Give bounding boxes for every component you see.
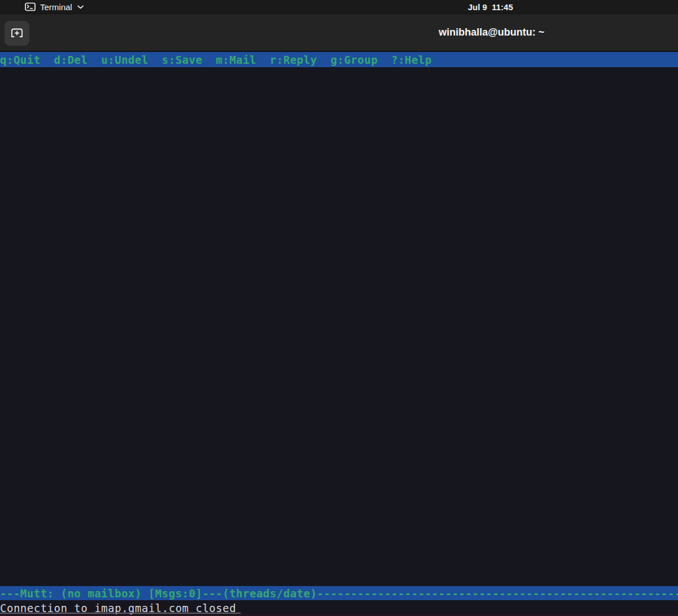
screen: Terminal Jul 9 11:45 winibhalla@ubuntu: … — [0, 0, 678, 616]
top-bar: Terminal Jul 9 11:45 — [0, 0, 678, 14]
message-underline — [0, 613, 241, 614]
clock[interactable]: Jul 9 11:45 — [468, 0, 513, 14]
terminal-body — [0, 67, 678, 586]
terminal-icon — [25, 2, 36, 11]
terminal-screen[interactable]: q:Quit d:Del u:Undel s:Save m:Mail r:Rep… — [0, 52, 678, 616]
chevron-down-icon — [77, 5, 84, 10]
header-bar: winibhalla@ubuntu: ~ — [0, 14, 678, 52]
mutt-help-bar: q:Quit d:Del u:Undel s:Save m:Mail r:Rep… — [0, 52, 678, 67]
app-menu-label: Terminal — [40, 2, 72, 12]
app-menu[interactable]: Terminal — [21, 0, 88, 14]
mutt-message-line: Connection to imap.gmail.com closed — [0, 600, 678, 616]
new-tab-icon — [10, 26, 24, 41]
mutt-status-bar: ---Mutt: (no mailbox) [Msgs:0]---(thread… — [0, 586, 678, 600]
new-tab-button[interactable] — [5, 21, 29, 46]
window-title: winibhalla@ubuntu: ~ — [438, 14, 544, 51]
